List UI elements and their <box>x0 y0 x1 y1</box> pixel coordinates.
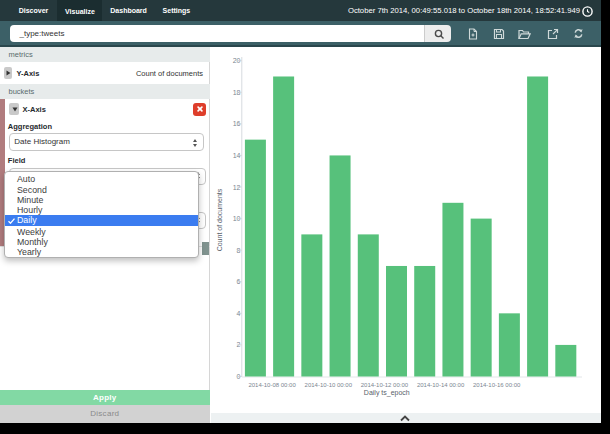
svg-text:2014-10-14 00:00: 2014-10-14 00:00 <box>416 382 464 388</box>
svg-text:Daily ts_epoch: Daily ts_epoch <box>363 389 409 397</box>
svg-text:2014-10-16 00:00: 2014-10-16 00:00 <box>473 382 521 388</box>
svg-text:Count of documents: Count of documents <box>215 188 222 251</box>
svg-text:2014-10-12 00:00: 2014-10-12 00:00 <box>360 382 408 388</box>
svg-text:2014-10-08 00:00: 2014-10-08 00:00 <box>248 382 296 388</box>
svg-text:2014-10-10 00:00: 2014-10-10 00:00 <box>304 382 352 388</box>
